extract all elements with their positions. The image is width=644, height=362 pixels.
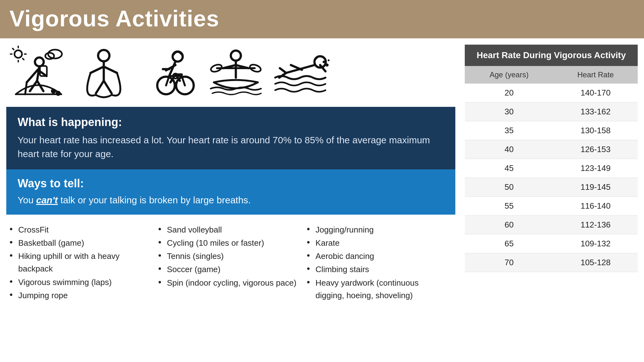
swimming-icon (274, 45, 330, 101)
svg-line-10 (37, 66, 39, 81)
hiking-icon (9, 45, 66, 101)
svg-point-19 (57, 92, 59, 95)
activity-col-2: Sand volleyballCycling (10 miles or fast… (158, 223, 307, 303)
age-cell: 55 (465, 197, 553, 216)
list-item: Hiking uphill or with a heavy backpack (9, 250, 152, 275)
svg-point-18 (52, 90, 55, 92)
table-row: 70105-128 (465, 253, 638, 272)
svg-line-6 (23, 58, 24, 60)
svg-line-24 (96, 81, 104, 93)
activities-lists: CrossFitBasketball (game)Hiking uphill o… (6, 220, 455, 303)
svg-line-5 (13, 48, 14, 50)
hr-cell: 116-140 (553, 197, 638, 216)
left-panel: What is happening: Your heart rate has i… (0, 38, 462, 362)
table-row: 20140-170 (465, 84, 638, 102)
list-item: Vigorous swimming (laps) (9, 276, 152, 288)
svg-line-23 (104, 67, 117, 73)
list-item: Jogging/running (307, 223, 449, 236)
activity-col-1: CrossFitBasketball (game)Hiking uphill o… (9, 223, 158, 303)
kayaking-icon (208, 45, 264, 101)
table-row: 40126-153 (465, 140, 638, 159)
svg-point-9 (35, 58, 44, 66)
table-row: 55116-140 (465, 197, 638, 216)
hr-cell: 130-158 (553, 121, 638, 140)
heart-rate-panel: Heart Rate During Vigorous Activity Age … (462, 38, 644, 362)
age-cell: 70 (465, 253, 553, 272)
hr-cell: 105-128 (553, 253, 638, 272)
jump-rope-icon (75, 45, 132, 101)
hr-cell: 112-136 (553, 216, 638, 234)
table-row: 60112-136 (465, 216, 638, 234)
hr-cell: 133-162 (553, 102, 638, 121)
hr-cell: 140-170 (553, 84, 638, 102)
page-header: Vigorous Activities (0, 0, 644, 38)
activity-col-3: Jogging/runningKarateAerobic dancingClim… (307, 223, 455, 303)
svg-point-54 (323, 61, 325, 63)
list-item: Spin (indoor cycling, vigorous pace) (158, 277, 301, 289)
ways-to-tell-heading: Ways to tell: (18, 177, 444, 190)
table-row: 65109-132 (465, 234, 638, 253)
age-cell: 50 (465, 178, 553, 197)
list-item: Heavy yardwork (continuous digging, hoei… (307, 277, 449, 302)
age-cell: 45 (465, 159, 553, 178)
what-is-happening-box: What is happening: Your heart rate has i… (6, 107, 455, 169)
page-title: Vigorous Activities (9, 6, 219, 31)
table-body: 20140-17030133-16235130-15840126-1534512… (465, 84, 638, 272)
col2-header: Heart Rate (553, 66, 638, 84)
ways-to-tell-box: Ways to tell: You can't talk or your tal… (6, 169, 455, 215)
activity-list-2: Sand volleyballCycling (10 miles or fast… (158, 223, 301, 289)
svg-line-51 (280, 68, 286, 73)
col1-header: Age (years) (465, 66, 553, 84)
hr-cell: 109-132 (553, 234, 638, 253)
ways-to-tell-after: talk or your talking is broken by large … (58, 195, 251, 205)
list-item: Jumping rope (9, 289, 152, 302)
list-item: Cycling (10 miles or faster) (158, 237, 301, 249)
ways-to-tell-em: can't (36, 195, 58, 205)
list-item: Basketball (game) (9, 237, 152, 249)
svg-point-20 (98, 50, 109, 61)
ways-to-tell-before: You (18, 195, 36, 205)
list-item: Tennis (singles) (158, 250, 301, 262)
list-item: CrossFit (9, 223, 152, 236)
svg-point-40 (231, 51, 241, 61)
list-item: Climbing stairs (307, 263, 449, 276)
activity-list-1: CrossFitBasketball (game)Hiking uphill o… (9, 223, 152, 302)
list-item: Aerobic dancing (307, 250, 449, 262)
hr-cell: 123-149 (553, 159, 638, 178)
svg-point-7 (48, 50, 62, 58)
list-item: Sand volleyball (158, 223, 301, 236)
hr-cell: 119-145 (553, 178, 638, 197)
list-item: Karate (307, 237, 449, 249)
activity-list-3: Jogging/runningKarateAerobic dancingClim… (307, 223, 449, 302)
age-cell: 65 (465, 234, 553, 253)
svg-line-22 (91, 67, 104, 73)
what-is-happening-heading: What is happening: (18, 116, 444, 129)
svg-point-0 (14, 50, 22, 58)
heart-rate-table: Heart Rate During Vigorous Activity Age … (465, 45, 638, 272)
list-item: Soccer (game) (158, 263, 301, 276)
table-row: 50119-145 (465, 178, 638, 197)
activity-icons-row (6, 45, 455, 101)
age-cell: 40 (465, 140, 553, 159)
main-content: What is happening: Your heart rate has i… (0, 38, 644, 362)
table-row: 30133-162 (465, 102, 638, 121)
table-row: 35130-158 (465, 121, 638, 140)
cycling-icon (142, 45, 198, 101)
ways-to-tell-body: You can't talk or your talking is broken… (18, 193, 444, 207)
hr-cell: 126-153 (553, 140, 638, 159)
table-row: 45123-149 (465, 159, 638, 178)
svg-point-53 (325, 63, 329, 67)
age-cell: 35 (465, 121, 553, 140)
table-title: Heart Rate During Vigorous Activity (465, 45, 638, 66)
age-cell: 20 (465, 84, 553, 102)
what-is-happening-body: Your heart rate has increased a lot. You… (18, 133, 444, 161)
info-section: What is happening: Your heart rate has i… (6, 107, 455, 215)
svg-point-55 (328, 59, 330, 61)
svg-line-25 (104, 81, 112, 93)
age-cell: 60 (465, 216, 553, 234)
age-cell: 30 (465, 102, 553, 121)
